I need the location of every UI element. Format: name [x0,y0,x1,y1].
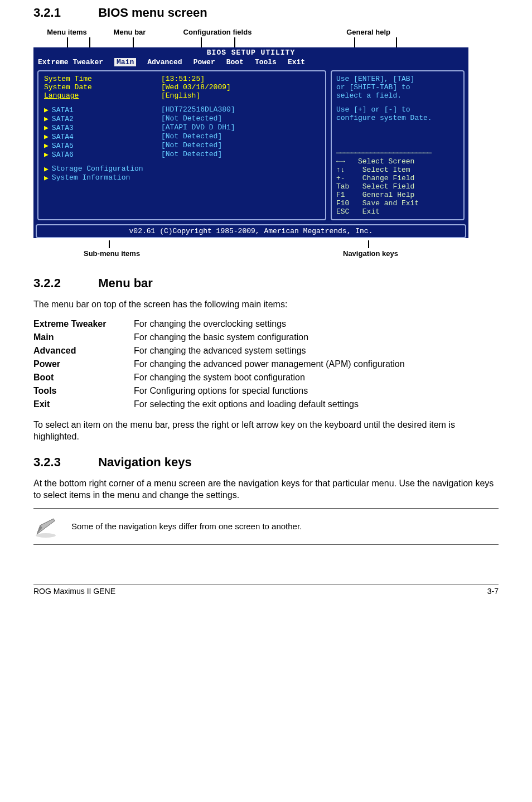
menubar-definitions: Extreme TweakerFor changing the overcloc… [33,317,405,411]
sectitle-323: Navigation keys [98,455,192,469]
lbl-system-time: System Time [44,75,161,83]
val-sata1: [HDT722516DLA380] [161,105,235,114]
lbl-sata2: SATA2 [52,115,74,123]
page-footer: ROG Maximus II GENE 3-7 [33,584,499,596]
bios-setup-window: BIOS SETUP UTILITY Extreme Tweaker Main … [33,47,468,238]
table-row: Extreme TweakerFor changing the overcloc… [33,317,405,331]
def-term: Advanced [33,344,134,357]
annot-menu-items: Menu items [33,28,100,36]
navkeys-para: At the bottom right corner of a menu scr… [33,477,499,501]
row-sata5[interactable]: ▶SATA5 [Not Detected] [44,141,320,150]
triangle-icon: ▶ [44,151,49,159]
annot-menu-bar: Menu bar [100,28,159,36]
menubar-extreme-tweaker[interactable]: Extreme Tweaker [38,58,103,66]
menubar-boot[interactable]: Boot [226,58,244,66]
def-desc: For changing the overclocking settings [134,317,405,331]
val-sata3: [ATAPI DVD D DH1] [161,123,235,132]
lbl-system-date: System Date [44,83,161,91]
row-sata3[interactable]: ▶SATA3 [ATAPI DVD D DH1] [44,123,320,132]
def-term: Exit [33,398,134,411]
triangle-icon: ▶ [44,142,49,150]
top-annotation-row: Menu items Menu bar Configuration fields… [33,28,499,36]
table-row: PowerFor changing the advanced power man… [33,357,405,371]
heading-321: 3.2.1 BIOS menu screen [33,6,499,20]
table-row: ToolsFor Configuring options for special… [33,384,405,398]
top-annotation-lines [33,37,499,47]
bios-footer: v02.61 (C)Copyright 1985-2009, American … [36,224,466,238]
row-storage-config[interactable]: ▶Storage Configuration [44,165,320,173]
annot-general-help: General help [276,28,402,36]
note-text: Some of the navigation keys differ from … [71,521,302,531]
bios-title: BIOS SETUP UTILITY [33,47,468,58]
def-desc: For changing the advanced system setting… [134,344,405,357]
bottom-annotation: Sub-menu items Navigation keys [33,240,499,263]
footer-left: ROG Maximus II GENE [33,587,115,596]
nav-keys-list: ←→ Select Screen ↑↓ Select Item +- Chang… [336,157,459,216]
row-sata2[interactable]: ▶SATA2 [Not Detected] [44,114,320,123]
row-language[interactable]: Language [English] [44,91,320,100]
menubar-intro: The menu bar on top of the screen has th… [33,298,499,311]
help-line-5: configure system Date. [336,114,459,122]
def-term: Main [33,331,134,344]
footer-right: 3-7 [487,587,499,596]
row-system-info[interactable]: ▶System Information [44,173,320,182]
triangle-icon: ▶ [44,106,49,114]
def-term: Boot [33,371,134,384]
table-row: AdvancedFor changing the advanced system… [33,344,405,357]
lbl-sata5: SATA5 [52,142,74,150]
lbl-system-info: System Information [52,173,130,182]
triangle-icon: ▶ [44,133,49,141]
def-desc: For changing the basic system configurat… [134,331,405,344]
secnum-321: 3.2.1 [33,6,95,20]
sectitle-322: Menu bar [98,276,153,290]
menubar-tools[interactable]: Tools [255,58,277,66]
lbl-storage-config: Storage Configuration [52,165,143,173]
row-sata6[interactable]: ▶SATA6 [Not Detected] [44,150,320,159]
bios-left-panel: System Time [13:51:25] System Date [Wed … [37,70,326,220]
bios-help-panel: Use [ENTER], [TAB] or [SHIFT-TAB] to sel… [331,70,465,220]
table-row: ExitFor selecting the exit options and l… [33,398,405,411]
val-sata5: [Not Detected] [161,141,222,150]
val-language[interactable]: [English] [161,91,200,100]
row-system-date[interactable]: System Date [Wed 03/18/2009] [44,83,320,91]
note-callout: Some of the navigation keys differ from … [33,508,499,545]
def-desc: For selecting the exit options and loadi… [134,398,405,411]
val-sata2: [Not Detected] [161,114,222,123]
triangle-icon: ▶ [44,173,49,182]
val-sata6: [Not Detected] [161,150,222,159]
help-line-4: Use [+] or [-] to [336,105,459,114]
svg-point-0 [36,533,56,538]
heading-323: 3.2.3 Navigation keys [33,455,499,470]
secnum-322: 3.2.2 [33,276,95,291]
menubar-main[interactable]: Main [114,58,136,66]
lbl-sata4: SATA4 [52,133,74,141]
annot-submenu-items: Sub-menu items [84,249,140,258]
val-system-date[interactable]: [Wed 03/18/2009] [161,83,231,91]
sectitle-321: BIOS menu screen [98,6,207,20]
triangle-icon: ▶ [44,165,49,173]
def-desc: For Configuring options for special func… [134,384,405,398]
pencil-icon [33,514,58,539]
row-sata4[interactable]: ▶SATA4 [Not Detected] [44,132,320,141]
val-system-time[interactable]: [13:51:25] [161,75,205,83]
annot-nav-keys: Navigation keys [343,249,398,258]
bios-menubar[interactable]: Extreme Tweaker Main Advanced Power Boot… [33,58,468,68]
def-desc: For changing the advanced power manageme… [134,357,405,371]
help-divider: ───────────────────────── [336,149,459,157]
heading-322: 3.2.2 Menu bar [33,276,499,291]
menubar-outro: To select an item on the menu bar, press… [33,419,499,443]
help-line-2: or [SHIFT-TAB] to [336,83,459,91]
svg-marker-1 [37,519,55,534]
lbl-sata3: SATA3 [52,124,74,132]
help-line-3: select a field. [336,91,459,100]
def-desc: For changing the system boot configurati… [134,371,405,384]
row-system-time[interactable]: System Time [13:51:25] [44,75,320,83]
menubar-exit[interactable]: Exit [288,58,305,66]
menubar-advanced[interactable]: Advanced [147,58,182,66]
menubar-power[interactable]: Power [194,58,215,66]
table-row: MainFor changing the basic system config… [33,331,405,344]
row-sata1[interactable]: ▶SATA1 [HDT722516DLA380] [44,105,320,114]
secnum-323: 3.2.3 [33,455,95,470]
lbl-sata6: SATA6 [52,151,74,159]
table-row: BootFor changing the system boot configu… [33,371,405,384]
